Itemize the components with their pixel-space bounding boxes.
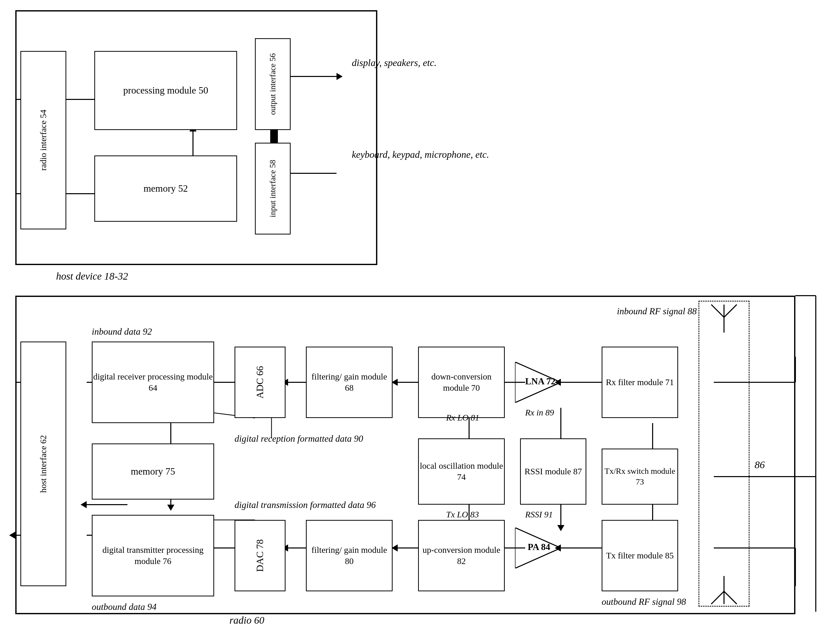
svg-line-87 (711, 305, 724, 317)
antenna-bottom (704, 576, 744, 607)
rssi-91-label: RSSI 91 (525, 510, 553, 519)
up-conversion-label: up-conversion module 82 (419, 544, 504, 567)
filtering-gain-68-box: filtering/ gain module 68 (306, 347, 393, 418)
svg-marker-73 (9, 532, 15, 539)
rx-filter-box: Rx filter module 71 (602, 347, 678, 418)
digital-receiver-label: digital receiver processing module 64 (93, 371, 213, 393)
rx-lo-label: Rx LO 81 (446, 413, 479, 423)
tx-rx-switch-box: Tx/Rx switch module 73 (602, 448, 678, 505)
antenna-top (704, 302, 744, 333)
tx-lo-label: Tx LO 83 (446, 510, 479, 519)
pa-label: PA 84 (528, 541, 550, 552)
memory-75-label: memory 75 (131, 465, 175, 478)
pa-container: PA 84 (515, 528, 561, 568)
antenna-dashed-box (698, 301, 750, 607)
memory-52-label: memory 52 (144, 182, 188, 195)
down-conversion-box: down-conversion module 70 (418, 347, 505, 418)
digital-receiver-box: digital receiver processing module 64 (92, 341, 214, 423)
memory-75-box: memory 75 (92, 443, 214, 500)
rssi-box: RSSI module 87 (520, 439, 586, 505)
digital-transmitter-box: digital transmitter processing module 76 (92, 515, 214, 596)
host-interface-label: host interface 62 (38, 435, 49, 493)
digital-transmission-label: digital transmission formatted data 96 (235, 500, 376, 510)
inbound-data-label: inbound data 92 (92, 326, 152, 337)
input-interface-box: input interface 58 (255, 143, 291, 235)
svg-line-93 (724, 591, 737, 604)
filtering-gain-80-label: filtering/ gain module 80 (307, 544, 392, 567)
lna-container: LNA 72 (515, 362, 561, 403)
output-interface-label: output interface 56 (267, 53, 278, 115)
radio-interface-label: radio interface 54 (38, 110, 49, 171)
outbound-rf-label: outbound RF signal 98 (602, 596, 686, 607)
rx-filter-label: Rx filter module 71 (606, 377, 674, 388)
filtering-gain-68-label: filtering/ gain module 68 (307, 371, 392, 393)
local-oscillation-box: local oscillation module 74 (418, 439, 505, 505)
filtering-gain-80-box: filtering/ gain module 80 (306, 520, 393, 591)
up-conversion-box: up-conversion module 82 (418, 520, 505, 591)
host-interface-box: host interface 62 (21, 341, 66, 586)
tx-rx-switch-label: Tx/Rx switch module 73 (602, 466, 677, 487)
antenna-86-label: 86 (755, 459, 765, 471)
input-interface-label: input interface 58 (267, 160, 278, 218)
down-conversion-label: down-conversion module 70 (419, 371, 504, 393)
outbound-data-label: outbound data 94 (92, 601, 156, 612)
dac-label: DAC 78 (254, 539, 266, 572)
memory-52-box: memory 52 (94, 155, 237, 222)
rx-in-label: Rx in 89 (525, 408, 554, 418)
digital-reception-label: digital reception formatted data 90 (235, 433, 363, 444)
digital-transmitter-label: digital transmitter processing module 76 (93, 544, 213, 567)
processing-module-label: processing module 50 (123, 84, 208, 96)
radio-interface-box: radio interface 54 (21, 51, 66, 229)
output-interface-box: output interface 56 (255, 38, 291, 130)
host-device-label: host device 18-32 (56, 270, 128, 282)
rssi-label: RSSI module 87 (525, 466, 582, 477)
radio-label: radio 60 (229, 614, 264, 626)
host-device-outer-box (15, 10, 377, 265)
keyboard-label: keyboard, keypad, microphone, etc. (352, 148, 489, 161)
tx-filter-box: Tx filter module 85 (602, 520, 678, 591)
adc-label: ADC 66 (254, 366, 266, 399)
svg-line-91 (711, 591, 724, 604)
display-label: display, speakers, etc. (352, 56, 436, 69)
local-oscillation-label: local oscillation module 74 (419, 460, 504, 483)
tx-filter-label: Tx filter module 85 (606, 550, 674, 561)
adc-box: ADC 66 (235, 347, 286, 418)
processing-module-box: processing module 50 (94, 51, 237, 130)
inbound-rf-label: inbound RF signal 88 (617, 306, 697, 317)
svg-line-89 (724, 305, 737, 317)
dac-box: DAC 78 (235, 520, 286, 591)
lna-label: LNA 72 (525, 376, 556, 387)
